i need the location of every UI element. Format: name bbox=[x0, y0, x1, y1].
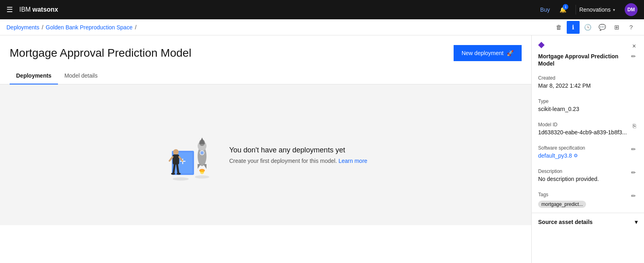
diamond-icon bbox=[538, 42, 545, 48]
svg-point-18 bbox=[200, 151, 204, 154]
tag-item: mortgage_predict... bbox=[538, 201, 586, 208]
breadcrumb-sep-1: / bbox=[42, 24, 43, 31]
empty-state-container: + bbox=[0, 84, 531, 225]
svg-line-9 bbox=[177, 164, 178, 173]
tab-deployments[interactable]: Deployments bbox=[10, 68, 58, 84]
svg-rect-5 bbox=[173, 154, 179, 164]
svg-point-0 bbox=[173, 177, 189, 181]
svg-point-11 bbox=[177, 173, 181, 175]
notification-button[interactable]: 🔔 1 bbox=[556, 3, 569, 16]
tags-label: Tags bbox=[538, 192, 630, 197]
created-label: Created bbox=[538, 75, 638, 81]
page-title: Mortgage Approval Prediction Model bbox=[10, 47, 191, 60]
panel-model-id-row: Model ID 1d638320-eabe-4cb9-a839-1b8f3..… bbox=[532, 117, 644, 140]
user-avatar[interactable]: DM bbox=[625, 3, 638, 16]
panel-tags-row: Tags mortgage_predict... ✏ bbox=[532, 187, 644, 213]
main-layout: Mortgage Approval Prediction Model New d… bbox=[0, 35, 644, 263]
learn-more-link[interactable]: Learn more bbox=[339, 158, 367, 164]
software-spec-label: Software specification bbox=[538, 145, 630, 151]
rocket-icon: 🚀 bbox=[507, 50, 514, 56]
right-panel: Mortgage Approval Prediction Model × ✏ C… bbox=[531, 35, 644, 263]
breadcrumb-deployments[interactable]: Deployments bbox=[6, 24, 39, 31]
svg-marker-19 bbox=[198, 164, 201, 169]
empty-text: You don't have any deployments yet Creat… bbox=[229, 146, 367, 164]
panel-header: Mortgage Approval Prediction Model × ✏ bbox=[532, 35, 644, 70]
workspace-selector[interactable]: Renovations ▾ bbox=[576, 5, 618, 14]
breadcrumb-bar: Deployments / Golden Bank Preproduction … bbox=[0, 19, 644, 35]
brand-ibm-text: IBM bbox=[19, 6, 31, 13]
model-id-label: Model ID bbox=[538, 122, 631, 127]
notification-badge: 1 bbox=[563, 4, 568, 10]
source-asset-collapsible[interactable]: Source asset details ▾ bbox=[532, 213, 644, 231]
empty-state: + bbox=[164, 129, 367, 181]
source-asset-label: Source asset details bbox=[538, 219, 592, 225]
svg-marker-20 bbox=[203, 164, 206, 169]
info-button[interactable]: ℹ bbox=[567, 21, 580, 34]
menu-icon[interactable]: ☰ bbox=[6, 5, 13, 14]
empty-heading: You don't have any deployments yet bbox=[229, 146, 367, 154]
software-spec-value[interactable]: default_py3.8 ⚙ bbox=[538, 152, 630, 159]
svg-point-10 bbox=[171, 173, 175, 175]
breadcrumb-sep-2: / bbox=[135, 24, 136, 31]
panel-header-left: Mortgage Approval Prediction Model bbox=[538, 42, 630, 67]
tabs-bar: Deployments Model details bbox=[0, 68, 531, 84]
breadcrumb: Deployments / Golden Bank Preproduction … bbox=[6, 24, 136, 31]
chevron-down-icon: ▾ bbox=[635, 219, 638, 225]
settings-icon: ⚙ bbox=[574, 153, 578, 158]
history-button[interactable]: 🕓 bbox=[581, 21, 594, 34]
edit-tags-button[interactable]: ✏ bbox=[630, 192, 638, 200]
svg-point-22 bbox=[200, 170, 204, 174]
new-deployment-label: New deployment bbox=[462, 50, 504, 56]
copy-model-id-button[interactable]: ⎘ bbox=[631, 122, 638, 130]
panel-created-row: Created Mar 8, 2022 1:42 PM bbox=[532, 70, 644, 94]
breadcrumb-space[interactable]: Golden Bank Preproduction Space bbox=[46, 24, 133, 31]
content-area: Mortgage Approval Prediction Model New d… bbox=[0, 35, 531, 263]
type-label: Type bbox=[538, 99, 638, 104]
chevron-down-icon: ▾ bbox=[613, 8, 615, 12]
panel-description-row: Description No description provided. ✏ bbox=[532, 164, 644, 187]
model-id-value: 1d638320-eabe-4cb9-a839-1b8f3... bbox=[538, 129, 631, 136]
type-value: scikit-learn_0.23 bbox=[538, 106, 638, 112]
empty-illustration: + bbox=[164, 129, 216, 181]
top-navigation: ☰ IBM watsonx Buy 🔔 1 Renovations ▾ DM bbox=[0, 0, 644, 19]
created-value: Mar 8, 2022 1:42 PM bbox=[538, 82, 638, 89]
brand-logo: IBM watsonx bbox=[19, 6, 58, 13]
tab-model-details[interactable]: Model details bbox=[58, 68, 104, 84]
svg-point-12 bbox=[195, 175, 209, 179]
workspace-name: Renovations bbox=[579, 6, 611, 13]
panel-title-edit-button[interactable]: ✏ bbox=[630, 52, 638, 60]
illustration-svg: + bbox=[164, 129, 216, 181]
grid-button[interactable]: ⊞ bbox=[610, 21, 623, 34]
panel-software-spec-row: Software specification default_py3.8 ⚙ ✏ bbox=[532, 140, 644, 164]
description-label: Description bbox=[538, 168, 630, 174]
panel-title: Mortgage Approval Prediction Model bbox=[538, 53, 630, 67]
comment-button[interactable]: 💬 bbox=[596, 21, 609, 34]
description-value: No description provided. bbox=[538, 176, 630, 182]
svg-line-8 bbox=[173, 164, 175, 173]
new-deployment-button[interactable]: New deployment 🚀 bbox=[454, 45, 522, 61]
panel-type-row: Type scikit-learn_0.23 bbox=[532, 94, 644, 117]
brand-watsonx-text: watsonx bbox=[32, 6, 58, 13]
svg-point-4 bbox=[173, 149, 179, 155]
page-header: Mortgage Approval Prediction Model New d… bbox=[0, 35, 531, 61]
buy-link[interactable]: Buy bbox=[540, 6, 550, 13]
panel-close-button[interactable]: × bbox=[631, 42, 638, 51]
edit-software-spec-button[interactable]: ✏ bbox=[630, 145, 638, 153]
help-button[interactable]: ? bbox=[625, 21, 638, 34]
edit-description-button[interactable]: ✏ bbox=[630, 168, 638, 177]
empty-description: Create your first deployment for this mo… bbox=[229, 158, 367, 164]
delete-button[interactable]: 🗑 bbox=[552, 21, 565, 34]
breadcrumb-actions: 🗑 ℹ 🕓 💬 ⊞ ? bbox=[552, 21, 638, 34]
